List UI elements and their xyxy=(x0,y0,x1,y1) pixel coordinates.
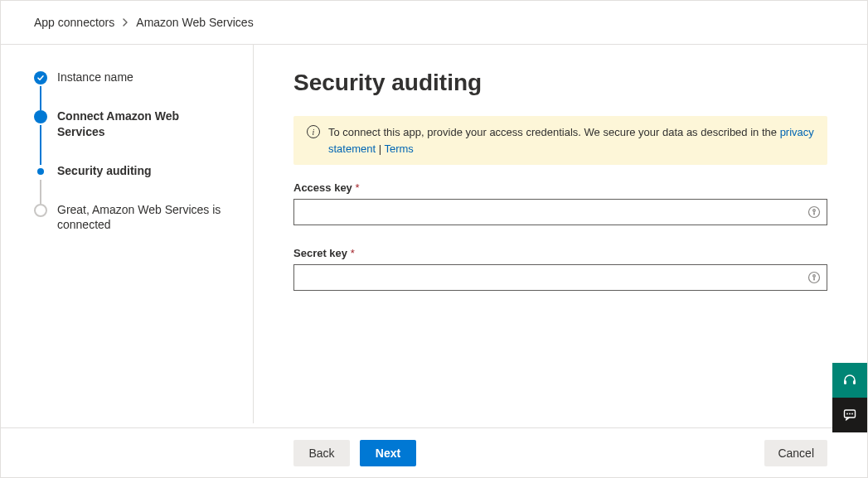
check-icon xyxy=(34,71,47,84)
cancel-button[interactable]: Cancel xyxy=(764,440,827,466)
page-title: Security auditing xyxy=(293,70,827,96)
wizard-steps: Instance name Connect Amazon Web Service… xyxy=(1,45,254,423)
step-label: Instance name xyxy=(57,70,133,84)
key-hint-icon[interactable] xyxy=(807,205,821,219)
step-security-auditing[interactable]: Security auditing xyxy=(34,163,228,202)
info-icon: i xyxy=(307,125,320,138)
footer-actions: Back Next Cancel xyxy=(1,427,867,477)
help-widget-button[interactable] xyxy=(832,363,867,398)
floating-widgets xyxy=(832,363,867,432)
breadcrumb-parent[interactable]: App connectors xyxy=(34,16,114,29)
step-connect-aws[interactable]: Connect Amazon Web Services xyxy=(34,109,228,163)
step-connected: Great, Amazon Web Services is connected xyxy=(34,202,228,234)
breadcrumb: App connectors Amazon Web Services xyxy=(1,1,867,45)
secret-key-field: Secret key * xyxy=(293,247,827,291)
svg-rect-5 xyxy=(853,380,856,384)
main-content: Security auditing i To connect this app,… xyxy=(254,45,867,423)
back-button[interactable]: Back xyxy=(293,440,350,466)
step-label: Security auditing xyxy=(57,164,152,177)
breadcrumb-current: Amazon Web Services xyxy=(136,16,253,29)
access-key-field: Access key * xyxy=(293,181,827,225)
svg-point-9 xyxy=(851,413,853,415)
svg-point-7 xyxy=(846,413,848,415)
svg-point-1 xyxy=(813,210,816,212)
chevron-right-icon xyxy=(121,16,129,29)
svg-point-8 xyxy=(849,413,851,415)
chat-icon xyxy=(842,408,857,422)
svg-rect-4 xyxy=(844,380,846,384)
access-key-input[interactable] xyxy=(293,199,827,225)
svg-point-3 xyxy=(813,275,816,278)
secret-key-input[interactable] xyxy=(293,264,827,291)
access-key-label: Access key * xyxy=(293,181,827,194)
step-marker-active-icon xyxy=(34,110,47,123)
info-banner: i To connect this app, provide your acce… xyxy=(293,116,827,165)
secret-key-label: Secret key * xyxy=(293,247,827,259)
step-marker-pending-icon xyxy=(34,204,47,217)
terms-link[interactable]: Terms xyxy=(384,142,413,155)
step-label: Connect Amazon Web Services xyxy=(57,109,179,138)
feedback-widget-button[interactable] xyxy=(832,398,867,432)
info-banner-text: To connect this app, provide your access… xyxy=(328,124,814,157)
step-label: Great, Amazon Web Services is connected xyxy=(57,203,221,232)
headset-icon xyxy=(842,373,857,388)
step-instance-name[interactable]: Instance name xyxy=(34,70,228,109)
next-button[interactable]: Next xyxy=(360,440,416,466)
step-marker-sub-icon xyxy=(37,168,44,175)
key-hint-icon[interactable] xyxy=(807,271,821,284)
